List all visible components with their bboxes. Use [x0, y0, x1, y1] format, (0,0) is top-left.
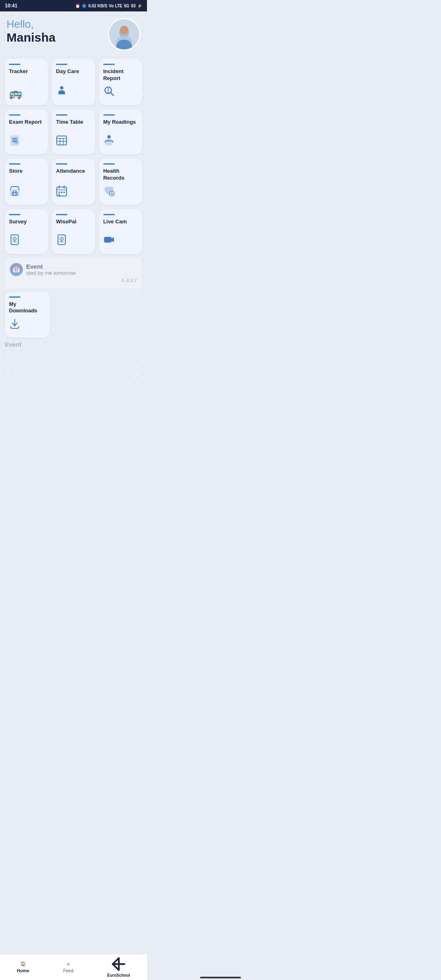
svg-point-32	[58, 192, 60, 193]
signal-icon: 5G	[124, 4, 129, 8]
svg-line-8	[111, 93, 114, 96]
card-my-readings[interactable]: My Readings	[99, 109, 142, 154]
card-incident-report[interactable]: Incident Report	[99, 59, 142, 105]
svg-rect-24	[10, 190, 19, 196]
svg-point-42	[14, 239, 15, 240]
svg-point-4	[60, 86, 63, 89]
user-avatar[interactable]	[108, 18, 140, 51]
svg-point-10	[107, 92, 108, 93]
card-grid-row3: Store Attendance	[5, 158, 142, 205]
card-accent	[103, 163, 115, 165]
card-my-downloads[interactable]: My Downloads	[5, 292, 50, 338]
main-content: Hello, Manisha Tracker 🚌 Day Care	[0, 11, 147, 384]
card-exam-report-label: Exam Report	[9, 119, 42, 131]
card-survey-label: Survey	[9, 218, 27, 231]
card-my-downloads-icon	[9, 318, 20, 332]
alarm-icon: ⏰	[75, 4, 80, 8]
event-title: Event	[26, 263, 76, 270]
status-icons: ⏰ 🔷 0.02 KB/S Vo LTE 5G 93 ⚡	[75, 4, 142, 8]
svg-point-35	[58, 194, 60, 196]
charging-icon: ⚡	[137, 4, 142, 8]
card-live-cam-label: Live Cam	[103, 218, 127, 231]
card-time-table-icon	[56, 134, 67, 149]
data-speed: 0.02 KB/S	[88, 4, 107, 8]
svg-rect-22	[106, 141, 112, 145]
card-exam-report-icon	[9, 134, 20, 149]
card-health-records-label: Health Records	[103, 168, 138, 182]
event-date: 6 JULY	[10, 278, 137, 283]
status-time: 10:41	[5, 3, 18, 9]
card-grid-row1: Tracker 🚌 Day Care Incident Report	[5, 59, 142, 105]
event-desc: sted by me tomorrow	[26, 270, 76, 276]
event-title-2: Event	[5, 341, 142, 348]
card-wisepal[interactable]: WisePal	[52, 209, 95, 254]
card-attendance[interactable]: Attendance	[52, 158, 95, 205]
card-survey-icon	[9, 234, 20, 248]
card-accent	[9, 163, 20, 165]
card-incident-report-label: Incident Report	[103, 68, 138, 82]
bluetooth-icon: 🔷	[82, 4, 87, 8]
card-accent	[56, 114, 67, 116]
card-accent	[9, 114, 20, 116]
card-live-cam-icon	[103, 234, 115, 248]
event-section-2: Event	[5, 338, 142, 351]
svg-rect-16	[57, 136, 67, 145]
card-accent	[103, 214, 115, 215]
card-accent	[9, 296, 20, 298]
card-tracker-icon: 🚌	[9, 87, 22, 100]
status-bar: 10:41 ⏰ 🔷 0.02 KB/S Vo LTE 5G 93 ⚡	[0, 0, 147, 11]
card-attendance-label: Attendance	[56, 168, 85, 182]
card-accent	[56, 163, 67, 165]
svg-point-3	[120, 26, 128, 34]
card-grid-row4: Survey WisePal	[5, 209, 142, 254]
card-day-care-icon	[56, 85, 67, 100]
header: Hello, Manisha	[5, 18, 142, 51]
card-accent	[9, 214, 20, 215]
svg-point-21	[107, 135, 111, 138]
card-wisepal-icon	[56, 234, 67, 248]
user-name: Manisha	[7, 31, 56, 45]
card-accent	[9, 64, 20, 65]
battery-label: 93	[131, 4, 136, 8]
card-grid-row2: Exam Report Time Table	[5, 109, 142, 154]
card-time-table[interactable]: Time Table	[52, 109, 95, 154]
card-tracker-label: Tracker	[9, 68, 28, 84]
card-health-records-icon	[103, 185, 115, 199]
card-store[interactable]: Store	[5, 158, 48, 205]
card-health-records[interactable]: Health Records	[99, 158, 142, 205]
card-survey[interactable]: Survey	[5, 209, 48, 254]
card-tracker[interactable]: Tracker 🚌	[5, 59, 48, 105]
card-store-icon	[9, 185, 20, 199]
card-accent	[103, 64, 115, 65]
card-day-care-label: Day Care	[56, 68, 79, 82]
card-store-label: Store	[9, 168, 22, 182]
card-accent	[56, 64, 67, 65]
svg-point-47	[61, 239, 62, 240]
vo-lte-icon: Vo LTE	[109, 4, 122, 8]
card-accent	[103, 114, 115, 116]
svg-marker-50	[111, 237, 114, 242]
card-attendance-icon	[56, 185, 67, 199]
svg-rect-15	[15, 141, 18, 143]
svg-point-33	[61, 192, 62, 193]
greeting-section: Hello, Manisha	[7, 18, 56, 45]
event-section: 📅 Event sted by me tomorrow 6 JULY	[5, 258, 142, 288]
card-my-readings-icon	[103, 134, 115, 149]
card-exam-report[interactable]: Exam Report	[5, 109, 48, 154]
card-incident-report-icon	[103, 85, 115, 100]
card-my-readings-label: My Readings	[103, 119, 136, 131]
card-my-downloads-label: My Downloads	[9, 301, 46, 315]
card-day-care[interactable]: Day Care	[52, 59, 95, 105]
card-time-table-label: Time Table	[56, 119, 83, 131]
card-live-cam[interactable]: Live Cam	[99, 209, 142, 254]
avatar-image	[109, 19, 139, 49]
svg-point-34	[63, 192, 65, 193]
card-accent	[56, 214, 67, 215]
svg-rect-49	[104, 237, 111, 243]
greeting-text: Hello,	[7, 18, 56, 31]
card-wisepal-label: WisePal	[56, 218, 76, 231]
